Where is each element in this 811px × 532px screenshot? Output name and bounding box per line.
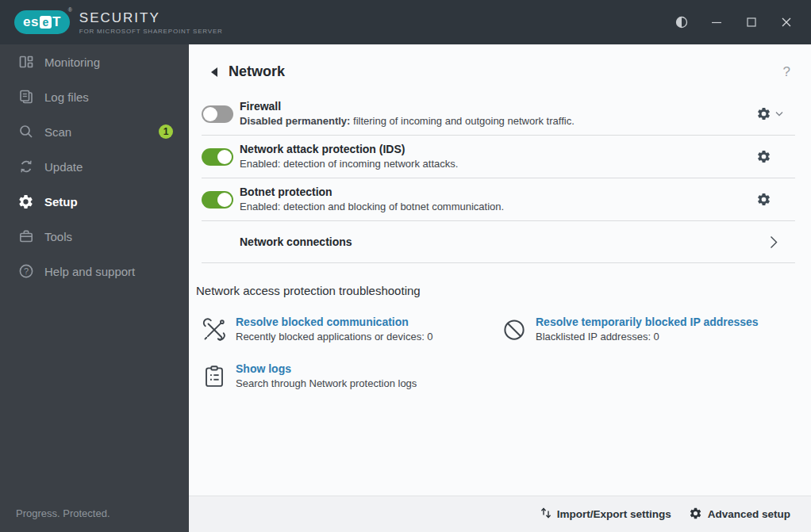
sidebar: Monitoring Log files Scan 1 — [0, 44, 189, 532]
sidebar-item-label: Tools — [44, 230, 72, 243]
sidebar-item-tools[interactable]: Tools — [0, 219, 189, 254]
registered-mark: ® — [68, 7, 72, 13]
ts-text: Resolve temporarily blocked IP addresses… — [536, 315, 759, 344]
sidebar-item-label: Setup — [44, 195, 78, 209]
back-arrow-icon — [211, 67, 217, 77]
maximize-button[interactable] — [744, 15, 759, 29]
resolve-blocked-ip-item: Resolve temporarily blocked IP addresses… — [502, 315, 811, 344]
ids-toggle[interactable] — [202, 148, 233, 166]
row-actions — [755, 106, 795, 122]
setting-row-firewall: Firewall Disabled permanently: filtering… — [202, 93, 795, 136]
sidebar-item-help-and-support[interactable]: ? Help and support — [0, 254, 189, 289]
question-circle-icon: ? — [17, 263, 34, 280]
close-button[interactable] — [779, 15, 794, 29]
toggle-knob — [217, 150, 232, 164]
setting-title: Network connections — [240, 235, 352, 250]
refresh-icon — [17, 159, 34, 175]
sidebar-item-label: Scan — [44, 125, 71, 139]
setting-row-botnet: Botnet protection Enabled: detection and… — [202, 178, 795, 221]
sidebar-item-scan[interactable]: Scan 1 — [0, 114, 189, 149]
advanced-setup-button[interactable]: Advanced setup — [689, 507, 790, 522]
sidebar-item-log-files[interactable]: Log files — [0, 79, 189, 114]
setting-title: Botnet protection — [240, 185, 504, 200]
ts-text: Resolve blocked communication Recently b… — [236, 315, 433, 344]
firewall-toggle[interactable] — [202, 105, 233, 123]
briefcase-icon — [17, 228, 34, 245]
sidebar-item-label: Monitoring — [44, 55, 100, 69]
page-title: Network — [229, 63, 285, 80]
ts-item-description: Recently blocked applications or devices… — [236, 330, 433, 344]
svg-text:?: ? — [23, 266, 28, 276]
sidebar-item-monitoring[interactable]: Monitoring — [0, 44, 189, 79]
sidebar-item-setup[interactable]: Setup — [0, 184, 189, 219]
sidebar-item-label: Update — [44, 160, 83, 174]
documents-icon — [17, 89, 34, 105]
row-text: Firewall Disabled permanently: filtering… — [240, 99, 575, 128]
row-text: Network attack protection (IDS) Enabled:… — [240, 142, 458, 171]
toggle-knob — [203, 107, 217, 121]
import-export-label: Import/Export settings — [557, 508, 671, 520]
logs-clipboard-icon — [202, 364, 227, 389]
setting-row-network-connections[interactable]: Network connections — [202, 221, 795, 263]
resolve-blocked-communication-item: Resolve blocked communication Recently b… — [202, 315, 502, 344]
import-export-icon — [540, 507, 552, 522]
setting-state: Enabled: — [240, 158, 280, 170]
row-actions — [755, 149, 795, 165]
setting-description: Disabled permanently: filtering of incom… — [240, 114, 575, 128]
setting-desc-text: detection and blocking of botnet communi… — [280, 201, 504, 212]
brand-text: SECURITY FOR MICROSOFT SHAREPOINT SERVER — [79, 10, 223, 35]
bottom-action-bar: Import/Export settings Advanced setup — [189, 496, 811, 532]
ids-settings-gear-icon[interactable] — [755, 149, 771, 165]
tagline: Progress. Protected. — [16, 507, 110, 519]
setting-desc-text: detection of incoming network attacks. — [280, 158, 458, 170]
gear-icon — [689, 507, 702, 522]
setting-row-ids: Network attack protection (IDS) Enabled:… — [202, 136, 795, 178]
window-controls — [675, 15, 794, 29]
logo-text: T — [52, 14, 61, 30]
page-header: Network ? — [189, 44, 811, 80]
product-subtitle: FOR MICROSOFT SHAREPOINT SERVER — [79, 28, 223, 35]
row-text: Botnet protection Enabled: detection and… — [240, 185, 504, 214]
back-button[interactable] — [208, 66, 221, 78]
settings-list: Firewall Disabled permanently: filtering… — [202, 93, 795, 263]
sidebar-item-label: Help and support — [44, 265, 135, 278]
firewall-settings-gear-icon[interactable] — [755, 106, 771, 122]
setting-desc-text: filtering of incoming and outgoing netwo… — [350, 115, 574, 127]
botnet-settings-gear-icon[interactable] — [755, 192, 771, 208]
blocked-icon — [502, 317, 527, 343]
import-export-settings-button[interactable]: Import/Export settings — [540, 507, 671, 522]
chevron-right-icon — [770, 235, 778, 249]
search-icon — [17, 124, 34, 140]
ts-item-description: Search through Network protection logs — [236, 377, 417, 391]
setting-state: Disabled permanently: — [240, 115, 350, 127]
setting-state: Enabled: — [240, 201, 280, 212]
toggle-knob — [217, 193, 232, 207]
resolve-blocked-communication-link[interactable]: Resolve blocked communication — [236, 315, 433, 330]
row-actions — [755, 192, 795, 208]
gear-icon — [17, 193, 34, 210]
troubleshooting-grid: Resolve blocked communication Recently b… — [202, 315, 811, 391]
minimize-button[interactable] — [709, 15, 724, 29]
setting-description: Enabled: detection and blocking of botne… — [240, 200, 504, 214]
contrast-icon[interactable] — [675, 15, 689, 29]
help-icon[interactable]: ? — [783, 64, 790, 80]
product-name: SECURITY — [79, 10, 223, 26]
sidebar-item-update[interactable]: Update — [0, 149, 189, 184]
ts-text: Show logs Search through Network protect… — [236, 362, 417, 391]
eset-logo: es e T ® — [14, 10, 70, 34]
dashboard-icon — [17, 54, 34, 71]
setting-title: Network attack protection (IDS) — [240, 142, 458, 157]
advanced-setup-label: Advanced setup — [708, 508, 790, 520]
troubleshooting-heading: Network access protection troubleshootin… — [196, 284, 811, 297]
main-content: Network ? Firewall Disabled permanently:… — [189, 44, 811, 532]
scan-count-badge: 1 — [159, 124, 173, 139]
logo-text: es — [23, 14, 39, 30]
title-bar: es e T ® SECURITY FOR MICROSOFT SHAREPOI… — [0, 0, 811, 44]
resolve-blocked-ip-link[interactable]: Resolve temporarily blocked IP addresses — [536, 315, 759, 330]
botnet-toggle[interactable] — [202, 191, 233, 209]
show-logs-item: Show logs Search through Network protect… — [202, 362, 502, 391]
show-logs-link[interactable]: Show logs — [236, 362, 417, 377]
chevron-down-icon[interactable] — [775, 111, 783, 117]
setting-title: Firewall — [240, 99, 575, 114]
ts-item-description: Blacklisted IP addresses: 0 — [536, 330, 759, 344]
